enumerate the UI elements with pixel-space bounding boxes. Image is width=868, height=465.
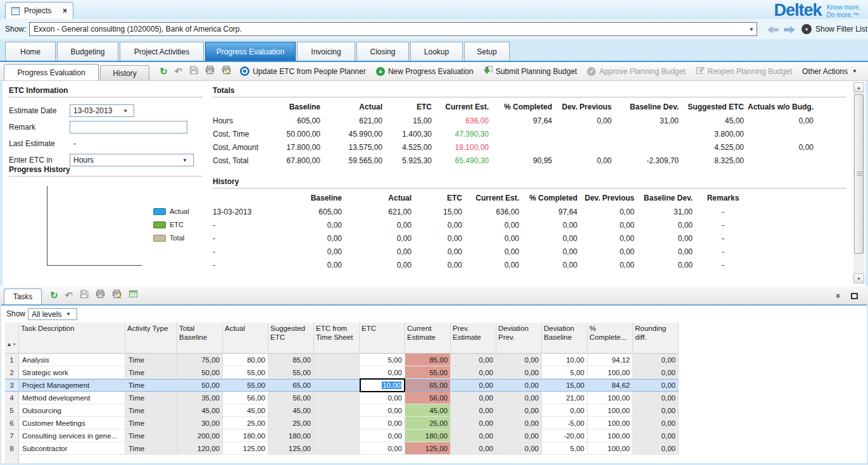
- cell[interactable]: 180,00: [268, 430, 314, 442]
- tab-budgeting[interactable]: Budgeting: [57, 42, 118, 61]
- row-number[interactable]: 2: [5, 366, 19, 379]
- row-number[interactable]: 7: [5, 430, 19, 442]
- scroll-down-icon[interactable]: ▼: [853, 273, 864, 283]
- cell[interactable]: 0,00: [451, 354, 496, 366]
- cell[interactable]: 0,00: [451, 392, 496, 404]
- table-row[interactable]: 6 Customer Meetings Time 30,00 25,00 25,…: [5, 417, 679, 430]
- cell[interactable]: 0,00: [360, 417, 405, 430]
- cell[interactable]: 5,00: [542, 366, 588, 379]
- col-header-task-description[interactable]: Task Description: [19, 323, 125, 354]
- cell[interactable]: Outsourcing: [19, 404, 125, 417]
- cell[interactable]: Subcontractor: [19, 442, 125, 455]
- estimate-date-combobox[interactable]: 13-03-2013 ▼: [70, 104, 134, 117]
- cell[interactable]: 0,00: [633, 366, 679, 379]
- cell[interactable]: 125,00: [268, 442, 314, 455]
- expand-all-icon[interactable]: »: [13, 341, 16, 347]
- cell[interactable]: Project Management: [19, 379, 125, 392]
- row-number[interactable]: 3: [5, 379, 19, 392]
- subtab-tasks[interactable]: Tasks: [4, 288, 42, 304]
- print-icon[interactable]: [96, 289, 105, 301]
- cell[interactable]: 0,00: [633, 379, 679, 392]
- subtab-progress-evaluation[interactable]: Progress Evaluation: [4, 64, 99, 80]
- cell[interactable]: Time: [125, 417, 177, 430]
- cell[interactable]: 45,00: [405, 404, 451, 417]
- cell[interactable]: 80,00: [223, 354, 268, 366]
- print-preview-icon[interactable]: [112, 289, 122, 301]
- cell[interactable]: 45,00: [268, 404, 314, 417]
- row-number[interactable]: 1: [5, 354, 19, 366]
- row-number[interactable]: 8: [5, 442, 19, 455]
- cell[interactable]: [314, 430, 360, 442]
- cell[interactable]: 100,00: [588, 430, 633, 442]
- col-header-suggested-etc[interactable]: Suggested ETC: [268, 323, 314, 354]
- refresh-icon[interactable]: ↻: [50, 290, 58, 300]
- cell[interactable]: 50,00: [177, 366, 223, 379]
- show-filter-list-label[interactable]: Show Filter List: [815, 25, 867, 34]
- close-icon[interactable]: ×: [63, 6, 67, 15]
- cell[interactable]: 100,00: [588, 417, 633, 430]
- cell[interactable]: Time: [125, 354, 177, 366]
- cell[interactable]: -5,00: [542, 417, 588, 430]
- collapse-panel-icon[interactable]: »: [834, 294, 843, 298]
- cell[interactable]: 0,00: [633, 430, 679, 442]
- cell[interactable]: 0,00: [360, 430, 405, 442]
- cell[interactable]: 0,00: [360, 366, 405, 379]
- tab-invoicing[interactable]: Invoicing: [297, 42, 355, 61]
- cell[interactable]: Time: [125, 430, 177, 442]
- cell[interactable]: 180,00: [405, 430, 451, 442]
- cell[interactable]: 0,00: [496, 379, 542, 392]
- etc-edit-cell[interactable]: 10,00: [360, 378, 405, 392]
- scrollbar-thumb[interactable]: [854, 94, 864, 254]
- cell[interactable]: -20,00: [542, 430, 588, 442]
- row-number[interactable]: 4: [5, 392, 19, 404]
- cell[interactable]: Strategic work: [19, 366, 125, 379]
- cell[interactable]: 0,00: [496, 404, 542, 417]
- cell[interactable]: 75,00: [177, 354, 223, 366]
- table-row-selected[interactable]: 3 Project Management Time 50,00 55,00 65…: [5, 379, 679, 392]
- cell[interactable]: [314, 392, 360, 404]
- undo-icon[interactable]: ↶: [65, 290, 73, 300]
- col-header-deviation-prev[interactable]: Deviation Prev.: [496, 323, 542, 354]
- cell[interactable]: 85,00: [405, 354, 451, 366]
- cell[interactable]: 0,00: [633, 442, 679, 455]
- cell[interactable]: Customer Meetings: [19, 417, 125, 430]
- cell[interactable]: 55,00: [223, 379, 268, 392]
- show-filter-list-chevron-icon[interactable]: ▼: [802, 24, 812, 34]
- tab-progress-evaluation[interactable]: Progress Evaluation: [205, 42, 296, 61]
- cell[interactable]: 0,00: [633, 392, 679, 404]
- cell[interactable]: 0,00: [451, 430, 496, 442]
- cell[interactable]: 50,00: [177, 379, 223, 392]
- table-row[interactable]: 4 Method development Time 35,00 56,00 56…: [5, 392, 679, 404]
- cell[interactable]: 100,00: [588, 404, 633, 417]
- cell[interactable]: 15,00: [542, 379, 588, 392]
- cell[interactable]: 125,00: [405, 442, 451, 455]
- cell[interactable]: 5,00: [542, 442, 588, 455]
- update-etc-button[interactable]: Update ETC from People Planner: [240, 66, 366, 76]
- cell[interactable]: 0,00: [496, 366, 542, 379]
- row-number-header[interactable]: ▲»: [5, 323, 19, 354]
- cell[interactable]: 0,00: [360, 442, 405, 455]
- cell[interactable]: 0,00: [451, 366, 496, 379]
- cell[interactable]: Time: [125, 366, 177, 379]
- save-icon[interactable]: [80, 290, 89, 301]
- subtab-history[interactable]: History: [100, 65, 149, 80]
- cell[interactable]: 45,00: [177, 404, 223, 417]
- row-number[interactable]: 5: [5, 404, 19, 417]
- filter-selector-combobox[interactable]: Exxon - General consulting (1020005), Ba…: [29, 22, 757, 36]
- scroll-up-icon[interactable]: ▲: [853, 82, 864, 92]
- cell[interactable]: 55,00: [405, 366, 451, 379]
- cell[interactable]: 125,00: [223, 442, 268, 455]
- cell[interactable]: Time: [125, 392, 177, 404]
- projects-document-tab[interactable]: Projects ×: [5, 2, 73, 19]
- cell[interactable]: 45,00: [223, 404, 268, 417]
- col-header-etc[interactable]: ETC: [360, 323, 405, 354]
- refresh-icon[interactable]: ↻: [160, 66, 168, 76]
- cell[interactable]: 0,00: [360, 404, 405, 417]
- cell[interactable]: 100,00: [588, 392, 633, 404]
- tab-setup[interactable]: Setup: [464, 42, 510, 61]
- cell[interactable]: Time: [125, 404, 177, 417]
- cell[interactable]: 25,00: [268, 417, 314, 430]
- cell[interactable]: Consulting services in gene...: [19, 430, 125, 442]
- cell[interactable]: 0,00: [496, 354, 542, 366]
- cell[interactable]: 56,00: [405, 392, 451, 404]
